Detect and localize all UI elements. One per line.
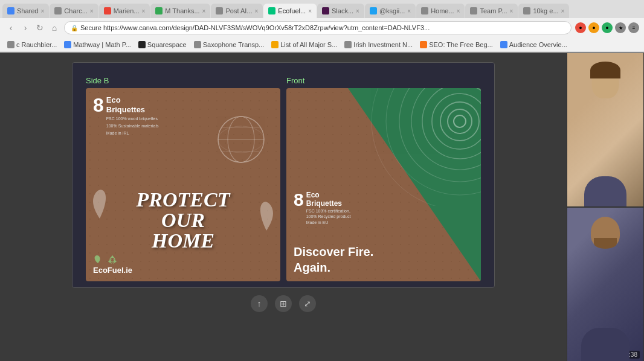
tab-close-icon[interactable]: × — [254, 8, 258, 14]
browser-chrome: Shared × Charc... × Marien... × M Thanks… — [0, 0, 644, 53]
bookmark-favicon — [420, 41, 427, 48]
tab-10kg[interactable]: 10kg e... × — [518, 4, 569, 18]
video-tile-top — [567, 53, 644, 207]
url-bar[interactable]: 🔒 Secure https://www.canva.com/design/DA… — [64, 21, 572, 34]
bookmark-favicon — [64, 41, 71, 48]
protect-text-container: PROTECT OUR HOME — [86, 190, 280, 251]
bookmark-irish-investment[interactable]: Irish Investment N... — [342, 41, 415, 48]
bookmark-favicon — [344, 41, 352, 48]
tab-close-icon[interactable]: × — [407, 8, 411, 14]
bookmark-favicon — [500, 41, 507, 48]
eco-product-front: EcoBriquettes — [306, 191, 351, 208]
browser-ext-3[interactable]: ● — [602, 22, 613, 33]
video-tile-bottom: 2020-06-23 15:38 — [567, 207, 644, 361]
svg-point-8 — [448, 109, 472, 133]
nav-buttons: ‹ › ↻ ⌂ — [5, 22, 60, 34]
video-panel: 2020-06-23 15:38 — [567, 53, 644, 361]
bookmark-list-major[interactable]: List of All Major S... — [269, 41, 340, 48]
tab-home[interactable]: Home... × — [416, 4, 465, 18]
eco-subtext-1: FSC 100% wood briquettes — [106, 116, 159, 121]
bookmark-favicon — [7, 41, 14, 48]
tab-close-icon[interactable]: × — [356, 8, 359, 14]
tab-favicon — [7, 7, 14, 14]
tab-close-icon[interactable]: × — [510, 8, 514, 14]
person-hair-1 — [590, 62, 620, 78]
back-button[interactable]: ‹ — [5, 22, 17, 34]
bookmark-audience[interactable]: Audience Overvie... — [498, 41, 570, 48]
eco-number: 8 — [93, 95, 104, 115]
svg-point-7 — [454, 115, 466, 127]
bookmark-rauchbier[interactable]: c Rauchbier... — [5, 41, 59, 48]
eco-subtext-front-1: FSC 100% certification, — [306, 208, 351, 214]
side-b-header: Side B — [86, 75, 280, 86]
tab-favicon — [54, 7, 62, 14]
slide-b-label: Side B — [86, 76, 109, 85]
tab-ecofuel[interactable]: Ecofuel... × — [263, 4, 317, 18]
lock-icon: 🔒 — [71, 25, 78, 31]
grid-button[interactable]: ⊞ — [275, 295, 292, 312]
tab-favicon — [421, 7, 428, 14]
share-button[interactable]: ↑ — [251, 295, 268, 312]
tab-charc[interactable]: Charc... × — [50, 4, 98, 18]
eco-subtext-front-2: 100% Recycled product — [306, 214, 351, 220]
slide-panels: 8 EcoBriquettes FSC 100% wood briquettes… — [86, 88, 481, 281]
browser-ext-1[interactable]: ● — [575, 22, 586, 33]
forward-button[interactable]: › — [19, 22, 31, 34]
tab-favicon — [216, 7, 223, 14]
bookmark-seo[interactable]: SEO: The Free Beg... — [417, 41, 495, 48]
globe-decor — [214, 112, 268, 169]
slide-front-label: Front — [286, 76, 304, 85]
browser-ext-5[interactable]: ≡ — [628, 22, 639, 33]
bottom-icons — [93, 255, 117, 264]
person-body-1 — [584, 176, 626, 206]
ecofuel-label: EcoFuel.ie — [93, 264, 132, 275]
tab-close-icon[interactable]: × — [308, 8, 312, 14]
bookmark-mathway[interactable]: Mathway | Math P... — [62, 41, 134, 48]
panel-side-b: 8 EcoBriquettes FSC 100% wood briquettes… — [86, 88, 280, 281]
discover-text: Discover Fire. Again. — [294, 244, 373, 275]
home-button[interactable]: ⌂ — [48, 22, 60, 34]
bookmark-squarespace[interactable]: Squarespace — [136, 41, 189, 48]
tab-favicon — [523, 7, 530, 14]
reload-button[interactable]: ↻ — [34, 22, 46, 34]
bookmark-favicon — [194, 41, 201, 48]
eco-subtext-front-3: Made in EU — [306, 220, 351, 226]
browser-actions: ● ● ● ★ ≡ — [575, 22, 639, 33]
tab-favicon — [370, 7, 377, 14]
tree-rings — [363, 88, 481, 208]
browser-ext-2[interactable]: ● — [588, 22, 599, 33]
panel-front: 8 EcoBriquettes FSC 100% certification, … — [286, 88, 481, 281]
tab-close-icon[interactable]: × — [202, 8, 206, 14]
leaf-icon-small — [93, 255, 103, 264]
tab-shared[interactable]: Shared × — [2, 4, 49, 18]
tab-close-icon[interactable]: × — [90, 8, 94, 14]
bookmark-saxophone[interactable]: Saxophone Transp... — [192, 41, 267, 48]
tab-favicon — [268, 7, 275, 14]
canva-toolbar: ↑ ⊞ ⤢ — [251, 295, 316, 312]
eco-subtext-2: 100% Sustainable materials — [106, 123, 159, 129]
tab-post-ai[interactable]: Post AI... × — [211, 4, 263, 18]
main-layout: Side B Front 8 EcoB — [0, 53, 644, 361]
tab-thanks[interactable]: M Thanks... × — [150, 4, 210, 18]
bookmark-favicon — [138, 41, 146, 48]
front-header: Front — [286, 75, 481, 86]
recycle-icon-small — [108, 255, 117, 264]
address-bar: ‹ › ↻ ⌂ 🔒 Secure https://www.canva.com/d… — [0, 18, 644, 37]
tab-close-icon[interactable]: × — [561, 8, 565, 14]
protect-text: PROTECT OUR HOME — [86, 190, 280, 251]
tab-ksgii[interactable]: @ksgii... × — [365, 4, 416, 18]
tab-close-icon[interactable]: × — [141, 8, 145, 14]
expand-button[interactable]: ⤢ — [299, 295, 316, 312]
browser-ext-4[interactable]: ★ — [615, 22, 626, 33]
person-beard-2 — [594, 238, 617, 249]
front-eco-label: 8 EcoBriquettes FSC 100% certification, … — [294, 191, 351, 226]
tab-team[interactable]: Team P... × — [465, 4, 518, 18]
url-text: Secure https://www.canva.com/design/DAD-… — [80, 24, 430, 31]
tab-slack[interactable]: Slack... × — [317, 4, 364, 18]
tab-close-icon[interactable]: × — [457, 8, 460, 14]
tab-marien[interactable]: Marien... × — [99, 4, 150, 18]
tab-favicon — [155, 7, 163, 14]
eco-subtext-3: Made in IRL — [106, 130, 159, 136]
tab-close-icon[interactable]: × — [40, 8, 44, 14]
slide-container: Side B Front 8 EcoB — [72, 62, 495, 288]
